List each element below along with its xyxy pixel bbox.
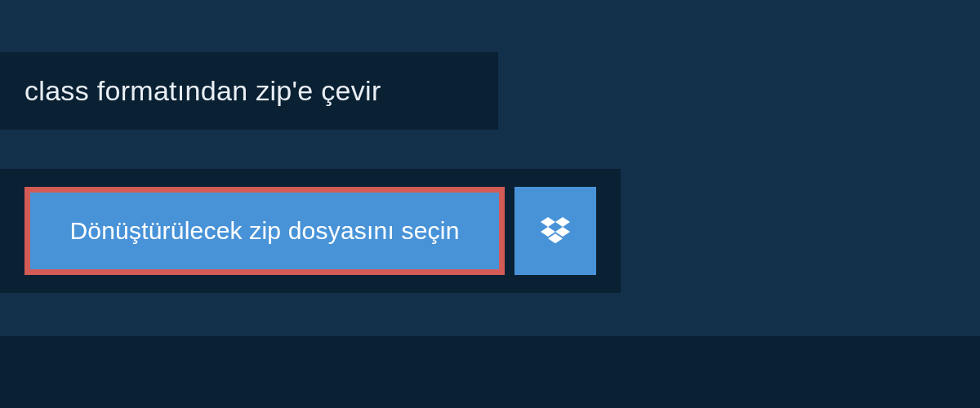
dropbox-icon bbox=[541, 215, 570, 247]
bottom-band bbox=[0, 336, 980, 408]
dropbox-button[interactable] bbox=[514, 187, 596, 275]
page-title: class formatından zip'e çevir bbox=[24, 75, 474, 107]
choose-file-button[interactable]: Dönüştürülecek zip dosyasını seçin bbox=[24, 187, 505, 275]
upload-panel: Dönüştürülecek zip dosyasını seçin bbox=[0, 169, 621, 293]
header-band: class formatından zip'e çevir bbox=[0, 52, 498, 130]
